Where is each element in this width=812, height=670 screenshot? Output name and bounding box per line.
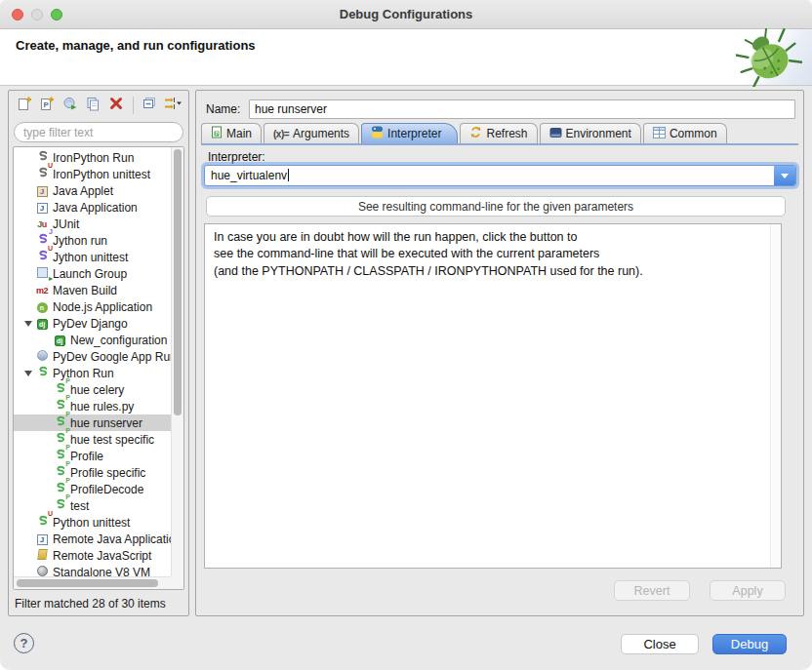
tree-item-junit[interactable]: JuJUnit [14, 216, 171, 232]
java-application-icon: J [35, 200, 49, 216]
tab-label: Common [670, 127, 717, 140]
configuration-detail-panel: Name: PMain(x)=ArgumentsInterpreterRefre… [195, 90, 804, 616]
python-config-icon: P [53, 481, 66, 497]
export-config-button[interactable] [61, 97, 79, 114]
tab-common[interactable]: Common [643, 123, 727, 143]
tab-label: Arguments [293, 127, 349, 140]
tree-item-hue-runserver[interactable]: Phue runserver [14, 414, 171, 431]
tree-horizontal-scrollbar[interactable] [14, 576, 171, 589]
tree-item-node-js-application[interactable]: nNode.js Application [14, 298, 171, 315]
collapse-all-button[interactable] [141, 97, 158, 114]
new-prototype-button[interactable]: P [39, 97, 57, 114]
tree-item-remote-javascript[interactable]: Remote JavaScript [14, 547, 171, 564]
tab-arguments[interactable]: (x)=Arguments [264, 123, 359, 143]
tree-item-label: Java Application [53, 201, 138, 215]
tree-item-python-unittest[interactable]: UPython unittest [14, 514, 171, 531]
python-config-icon: P [53, 414, 66, 431]
tree-item-jython-unittest[interactable]: UJython unittest [14, 249, 171, 265]
tab-interpreter[interactable]: Interpreter [361, 123, 458, 143]
python-config-icon: P [53, 464, 66, 481]
title-bar: Debug Configurations [0, 0, 812, 29]
tree-item-label: Profile specific [70, 466, 145, 480]
tree-item-label: hue test specific [70, 433, 154, 447]
tree-item-python-run[interactable]: Python Run [14, 365, 171, 381]
tree-item-java-application[interactable]: JJava Application [14, 199, 171, 216]
jython-unittest-icon: U [35, 249, 49, 265]
interpreter-tab-icon [371, 126, 384, 141]
delete-config-button[interactable] [107, 97, 125, 114]
tree-item-profiledecode[interactable]: PProfileDecode [14, 481, 171, 497]
tree-item-java-applet[interactable]: JJava Applet [14, 182, 171, 199]
tree-item-hue-rules-py[interactable]: Phue rules.py [14, 398, 171, 414]
close-button[interactable]: Close [621, 634, 699, 654]
tree-item-label: IronPython unittest [53, 168, 150, 181]
tree-item-label: hue rules.py [70, 400, 134, 414]
tree-item-label: PyDev Django [53, 317, 128, 331]
tree-item-ironpython-unittest[interactable]: UIronPython unittest [14, 166, 171, 182]
jython-run-icon: J [35, 232, 49, 249]
tree-item-launch-group[interactable]: ▸Launch Group [14, 265, 171, 282]
apply-button[interactable]: Apply [710, 580, 786, 601]
tree-item-label: Node.js Application [53, 300, 152, 314]
python-config-icon: P [53, 431, 66, 448]
expand-arrow-icon[interactable] [24, 371, 32, 376]
name-input[interactable] [249, 99, 795, 119]
duplicate-config-button[interactable] [85, 97, 102, 114]
python-unittest-icon: U [35, 514, 49, 531]
tree-item-label: ProfileDecode [70, 483, 143, 496]
duplicate-config-icon [85, 96, 101, 115]
tree-vertical-scrollbar[interactable] [171, 147, 183, 576]
ironpython-run-icon [35, 149, 49, 166]
tab-label: Environment [566, 127, 631, 140]
tab-main[interactable]: PMain [201, 123, 262, 143]
tree-item-pydev-django[interactable]: djPyDev Django [14, 315, 171, 332]
main-tab-icon: P [211, 126, 223, 141]
tree-item-label: Python Run [53, 367, 114, 380]
tree-item-label: Standalone V8 VM [53, 566, 150, 577]
help-button[interactable]: ? [14, 633, 34, 653]
refresh-tab-icon [469, 126, 482, 141]
maven-build-icon: m2 [35, 283, 49, 298]
text-caret [288, 169, 289, 181]
interpreter-combo[interactable]: hue_virtualenv [204, 165, 796, 186]
tree-item-hue-celery[interactable]: Phue celery [14, 381, 171, 398]
interpreter-value: hue_virtualenv [205, 169, 774, 182]
expand-arrow-icon[interactable] [24, 321, 32, 327]
tree-item-jython-run[interactable]: JJython run [14, 232, 171, 249]
new-prototype-icon: P [39, 96, 55, 115]
tab-refresh[interactable]: Refresh [460, 123, 537, 143]
pydev-google-app-run-icon [35, 349, 49, 365]
pydev-django-icon: dj [53, 333, 66, 348]
tree-item-label: JUnit [53, 217, 79, 231]
tab-environment[interactable]: Environment [540, 123, 641, 143]
tree-item-pydev-google-app-run[interactable]: PyDev Google App Run [14, 348, 171, 365]
toolbar-separator [133, 97, 134, 114]
arguments-tab-icon: (x)= [273, 127, 289, 140]
tab-label: Refresh [486, 127, 527, 140]
tree-item-profile-specific[interactable]: PProfile specific [14, 464, 171, 481]
tree-item-label: New_configuration [70, 334, 167, 347]
common-tab-icon [653, 127, 666, 141]
filter-status: Filter matched 28 of 30 items [9, 592, 188, 615]
combo-dropdown-button[interactable] [774, 166, 795, 185]
new-config-button[interactable] [16, 97, 33, 114]
delete-config-icon [108, 96, 124, 115]
tree-item-maven-build[interactable]: m2Maven Build [14, 282, 171, 298]
tree-item-ironpython-run[interactable]: IronPython Run [14, 149, 171, 166]
debug-button[interactable]: Debug [712, 634, 787, 654]
tree-item-profile[interactable]: PProfile [14, 448, 171, 464]
tree-item-label: Jython run [53, 234, 107, 248]
revert-button[interactable]: Revert [614, 580, 690, 601]
pydev-django-icon: dj [35, 316, 49, 332]
tree-item-new-configuration[interactable]: djNew_configuration [14, 332, 171, 348]
tree-item-standalone-v8-vm[interactable]: Standalone V8 VM [14, 564, 171, 576]
tree-item-remote-java-application[interactable]: JRemote Java Application [14, 531, 171, 547]
filter-input[interactable] [14, 122, 183, 142]
tree-item-hue-test-specific[interactable]: Phue test specific [14, 431, 171, 448]
see-command-line-button[interactable]: See resulting command-line for the given… [206, 196, 786, 217]
configurations-panel: P IronPython RunUIronPython unittestJJav… [8, 90, 189, 616]
filter-menu-button[interactable] [164, 97, 182, 114]
info-scrollbar[interactable] [770, 224, 781, 568]
tree-item-test[interactable]: Ptest [14, 497, 171, 514]
tree-item-label: Profile [70, 450, 103, 463]
